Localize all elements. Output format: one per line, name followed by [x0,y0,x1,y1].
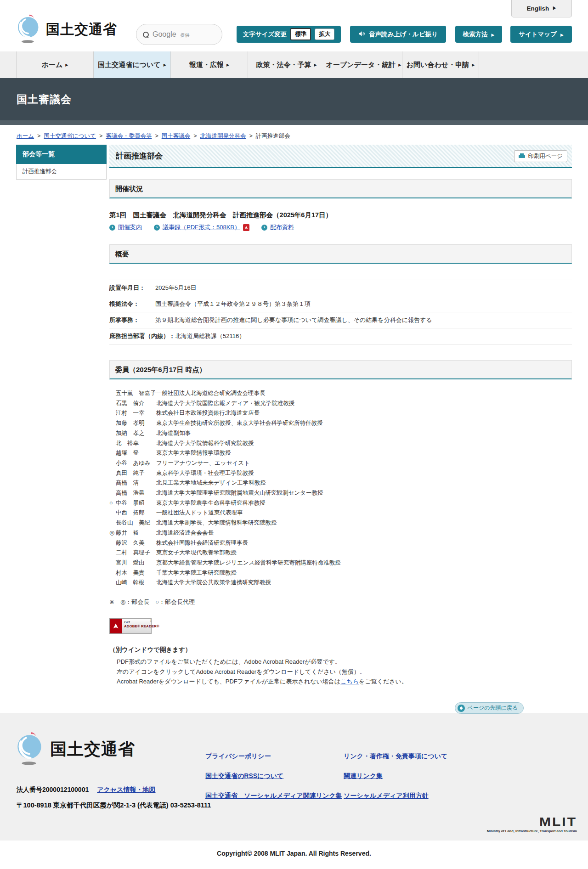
nav-item-contact[interactable]: お問い合わせ・申請 [402,51,479,78]
meeting-link-group: 配布資料 [261,223,294,231]
mlit-wordmark: MLIT Ministry of Land, Infrastructure, T… [487,816,577,833]
member-row: 越塚 登東京大学大学院情報学環教授 [109,448,572,458]
nav-item-open-data[interactable]: オープンデータ・統計 [325,51,402,78]
adobe-note-line2: 左のアイコンをクリックしてAdobe Acrobat Readerをダウンロード… [117,667,572,677]
font-size-large-button[interactable]: 拡大 [315,28,334,40]
mlit-wordmark-text: MLIT [487,817,577,827]
footer-corporate-line: 法人番号2000012100001 アクセス情報・地図 [17,785,156,794]
font-size-standard-button[interactable]: 標準 [290,28,311,40]
link-social-media-policy[interactable]: ソーシャルメディア利用方針 [344,791,447,800]
global-nav: ホーム 国土交通省について 報道・広報 政策・法令・予算 オープンデータ・統計 … [0,51,588,78]
link-kochira[interactable]: こちら [340,678,359,685]
search-method-label: 検索方法 [463,30,488,39]
breadcrumb-current: 計画推進部会 [256,133,290,139]
table-row: 設置年月日： 2025年5月16日 [109,280,572,296]
get-adobe-reader-badge[interactable]: Get ADOBE® READER® ↓ [109,618,152,634]
breadcrumb: ホーム>国土交通省について>審議会・委員会等>国土審議会>北海道開発分科会>計画… [0,125,588,145]
mlit-logo-icon [16,731,45,767]
adobe-note-line3: Acrobat Readerをダウンロードしても、PDFファイルが正常に表示され… [117,677,572,687]
nav-item-home[interactable]: ホーム [16,51,93,78]
meeting-link-group: 開催案内 [109,223,142,231]
member-row: 石黒 侑介北海道大学大学院国際広報メディア・観光学院准教授 [109,399,572,409]
english-button[interactable]: English [511,0,572,17]
nav-item-about-mlit[interactable]: 国土交通省について [93,51,170,78]
adobe-badge-reader: ADOBE® READER® [124,624,159,628]
speech-reading-button[interactable]: 音声読み上げ・ルビ振り [350,26,446,43]
meeting-title: 第1回 国土審議会 北海道開発分科会 計画推進部会（2025年6月17日） [109,211,572,220]
speech-reading-label: 音声読み上げ・ルビ振り [369,30,438,39]
breadcrumb-about[interactable]: 国土交通省について [44,133,96,139]
link-copyright-disclaimer[interactable]: リンク・著作権・免責事項について [344,752,447,760]
font-size-button[interactable]: 文字サイズ変更 標準 拡大 [237,26,341,43]
search-placeholder-provided: 提供 [181,32,190,39]
chevron-right-icon [560,31,564,38]
search-icon [143,32,148,37]
print-page-label: 印刷用ページ [528,152,563,160]
circle-arrow-icon [261,225,267,231]
member-row: 五十嵐 智嘉子一般社団法人北海道総合研究調査会理事長 [109,389,572,399]
back-to-top-label: ページの先頭に戻る [468,704,518,712]
link-related-links[interactable]: 関連リンク集 [344,772,447,780]
page-title-band: 計画推進部会 印刷用ページ [109,145,572,168]
member-row: 藤沢 久美株式会社国際社会経済研究所理事長 [109,538,572,548]
print-page-button[interactable]: 印刷用ページ [514,150,567,162]
main-column: 計画推進部会 印刷用ページ 開催状況 第1回 国土審議会 北海道開発分科会 計画… [109,145,572,713]
member-row: 髙橋 清北見工業大学地域未来デザイン工学科教授 [109,478,572,488]
meeting-links: 開催案内 議事録（PDF形式：508KB） 配布資料 [109,223,572,231]
search-input[interactable]: Google 提供 [136,24,222,45]
english-button-label: English [527,5,549,12]
speaker-icon [358,31,365,38]
link-gijiroku-pdf[interactable]: 議事録（PDF形式：508KB） [163,223,240,231]
member-row: ○中谷 朋昭東京大学大学院農学生命科学研究科准教授 [109,498,572,508]
member-row: 真田 純子東京科学大学環境・社会理工学院教授 [109,468,572,479]
sidebar: 部会等一覧 計画推進部会 [16,145,107,713]
hero-strip [0,120,588,125]
member-row: 山崎 幹根北海道大学大学院公共政策学連携研究部教授 [109,578,572,588]
link-social-media-links[interactable]: 国土交通省 ソーシャルメディア関連リンク集 [205,791,342,800]
site-logo-text: 国土交通省 [46,20,117,39]
page-category-title: 国土審議会 [17,92,72,107]
page-title: 計画推進部会 [116,151,163,161]
link-access-map[interactable]: アクセス情報・地図 [97,785,155,794]
sidebar-item-keikaku-suishin[interactable]: 計画推進部会 [17,164,106,179]
nav-item-press[interactable]: 報道・広報 [170,51,248,78]
table-row: 根拠法令： 国土審議会令（平成１２年政令第２９８号）第３条第１項 [109,296,572,312]
nav-item-policy[interactable]: 政策・法令・予算 [248,51,325,78]
breadcrumb-home[interactable]: ホーム [17,133,34,139]
member-row: 中西 拓郎一般社団法人ドット道東代表理事 [109,508,572,518]
footer-logo: 国土交通省 [16,731,135,767]
table-row: 庶務担当部署（内線）： 北海道局総務課（52116） [109,328,572,344]
back-to-top-button[interactable]: ページの先頭に戻る [455,702,524,714]
table-row: 所掌事務： 第９期北海道総合開発計画の推進に関し必要な事項について調査審議し、そ… [109,312,572,328]
link-rss[interactable]: 国土交通省のRSSについて [205,772,342,780]
link-kaisai-annai[interactable]: 開催案内 [118,223,142,231]
adobe-note: PDF形式のファイルをご覧いただくためには、Adobe Acrobat Read… [109,657,572,687]
member-legend: ※ ◎：部会長 ○：部会長代理 [109,598,572,606]
site-footer: ページの先頭に戻る 国土交通省 法人番号2000012100001 アクセス情報… [0,713,588,841]
drop-up-icon [458,705,465,712]
member-row: 宮川 愛由京都大学経営管理大学院レジリエンス経営科学研究寄附講座特命准教授 [109,558,572,568]
pdf-file-icon[interactable] [243,224,249,231]
site-logo[interactable]: 国土交通省 [17,14,117,45]
breadcrumb-kokudo-shingikai[interactable]: 国土審議会 [162,133,191,139]
section-heading-kaisai: 開催状況 [109,179,572,198]
font-size-label: 文字サイズ変更 [243,30,287,39]
member-row: 北 裕幸北海道大学大学院情報科学研究院教授 [109,439,572,449]
breadcrumb-hokkaido-bunkakai[interactable]: 北海道開発分科会 [200,133,246,139]
sitemap-button[interactable]: サイトマップ [510,26,572,43]
member-row: 加藤 孝明東京大学生産技術研究所教授、東京大学社会科学研究所特任教授 [109,418,572,429]
link-haifu-shiryo[interactable]: 配布資料 [270,223,294,231]
member-row: 江村 一幸株式会社日本政策投資銀行北海道支店長 [109,408,572,418]
meeting-link-group: 議事録（PDF形式：508KB） [154,223,249,231]
link-privacy-policy[interactable]: プライバシーポリシー [205,752,342,760]
breadcrumb-councils[interactable]: 審議会・委員会等 [106,133,152,139]
printer-icon [519,153,525,159]
search-method-button[interactable]: 検索方法 [455,26,502,43]
chevron-right-icon [492,31,495,38]
mlit-tagline: Ministry of Land, Infrastructure, Transp… [487,829,577,833]
member-row: 二村 真理子東京女子大学現代教養学部教授 [109,548,572,558]
adobe-badge-get: Get [124,620,159,624]
member-row: 小谷 あゆみフリーアナウンサー、エッセイスト [109,458,572,468]
member-list: 五十嵐 智嘉子一般社団法人北海道総合研究調査会理事長 石黒 侑介北海道大学大学院… [109,389,572,588]
content-area: 部会等一覧 計画推進部会 計画推進部会 印刷用ページ 開催状況 第1回 国土審議… [16,145,572,713]
